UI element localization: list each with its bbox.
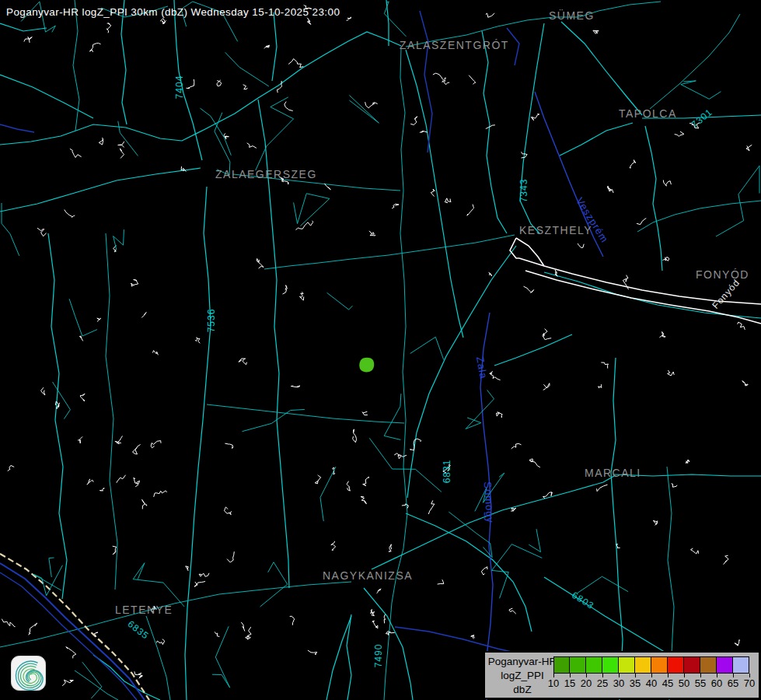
radar-viewport: SÜMEGZALASZENTGRÓTTAPOLCAZALAEGERSZEGKES…: [0, 0, 761, 700]
road-line: [146, 616, 170, 700]
settlement-glyph: [630, 160, 635, 168]
settlement-glyph: [363, 477, 369, 485]
settlement-glyph: [239, 359, 247, 365]
radar-map-canvas: [0, 0, 761, 700]
color-scale-cell: [717, 656, 733, 674]
road-line: [48, 233, 67, 599]
settlement-glyph: [347, 17, 351, 20]
settlement-glyph: [41, 387, 45, 395]
settlement-glyph: [686, 460, 689, 464]
road-line: [561, 22, 642, 115]
color-scale-tick-value: 70: [739, 677, 759, 689]
settlement-glyph: [315, 475, 321, 484]
settlement-glyph: [392, 204, 399, 208]
settlement-glyph: [151, 441, 161, 448]
settlement-glyph: [288, 59, 303, 68]
county-river-line: [420, 11, 432, 152]
settlement-glyph: [531, 114, 539, 121]
minor-road-line: [200, 108, 231, 156]
color-scale-cell: [602, 656, 619, 674]
settlement-glyph: [659, 332, 665, 338]
settlement-glyph: [724, 555, 729, 565]
minor-road-line: [529, 529, 540, 552]
settlement-glyph: [623, 275, 628, 290]
settlement-glyph: [308, 650, 317, 655]
settlement-glyph: [467, 205, 474, 216]
settlement-glyph: [278, 81, 282, 93]
county-river-line: [0, 124, 34, 132]
settlement-glyph: [637, 219, 646, 225]
settlement-glyph: [469, 75, 476, 85]
settlement-glyph: [691, 548, 699, 554]
settlement-glyph: [428, 500, 435, 514]
minor-road-line: [466, 390, 494, 429]
settlement-glyph: [486, 125, 495, 129]
settlement-glyph: [663, 180, 671, 186]
town-label: ZALAEGERSZEG: [215, 168, 317, 180]
settlement-glyph: [746, 145, 752, 150]
settlement-glyph: [578, 243, 584, 247]
road-number-label: 7490: [373, 644, 384, 668]
road-line: [407, 246, 516, 498]
settlement-glyph: [653, 520, 657, 525]
settlement-glyph: [662, 257, 669, 261]
settlement-glyph: [247, 143, 257, 149]
road-line: [645, 126, 662, 271]
legend-product-text: Poganyvar-HR logZ_PPI dbZ: [487, 655, 558, 697]
settlement-glyph: [264, 45, 270, 48]
settlement-glyph: [199, 573, 209, 577]
road-line: [0, 75, 93, 118]
road-number-label: 7536: [206, 309, 217, 333]
settlement-glyph: [285, 102, 293, 111]
settlement-glyph: [672, 484, 678, 487]
settlement-glyph: [8, 465, 15, 471]
road-line: [326, 616, 351, 700]
road-line: [560, 123, 633, 156]
settlement-glyph: [118, 142, 124, 147]
settlement-glyph: [420, 131, 428, 133]
settlement-glyph: [186, 566, 189, 571]
settlement-glyph: [120, 149, 124, 159]
settlement-glyph: [225, 507, 232, 515]
settlement-glyph: [133, 445, 141, 454]
road-number-label: 6831: [442, 460, 452, 484]
settlement-glyph: [70, 149, 82, 157]
settlement-glyph: [601, 362, 608, 369]
settlement-glyph: [246, 627, 251, 639]
minor-road-line: [133, 563, 184, 607]
settlement-glyph: [195, 338, 200, 343]
settlement-glyph: [62, 680, 73, 686]
settlement-glyph: [543, 329, 551, 340]
product-title: Poganyvar-HR logZ_PPI 30km (dbZ) Wednesd…: [6, 6, 340, 18]
road-line: [406, 50, 463, 338]
settlement-glyph: [593, 30, 599, 33]
settlement-glyph: [117, 475, 126, 483]
settlement-glyph: [291, 386, 300, 387]
settlement-glyph: [225, 443, 233, 448]
settlement-glyph: [372, 621, 378, 628]
color-scale-cell: [553, 656, 570, 674]
color-scale-cell: [733, 656, 749, 674]
color-scale-cell: [635, 656, 651, 674]
minor-road-line: [410, 337, 444, 359]
minor-road-line: [243, 409, 305, 431]
settlement-glyph: [28, 623, 37, 635]
settlement-glyph: [99, 138, 103, 145]
settlement-glyph: [331, 541, 336, 551]
color-scale-cell: [668, 656, 684, 674]
settlement-glyph: [486, 13, 494, 17]
settlement-glyph: [433, 73, 446, 82]
settlement-glyph: [24, 37, 32, 43]
minor-road-line: [349, 96, 379, 124]
settlement-glyph: [668, 370, 675, 376]
settlement-glyph: [153, 351, 159, 355]
settlement-glyph: [410, 117, 417, 125]
minor-road-line: [215, 113, 230, 175]
settlement-glyph: [134, 478, 140, 487]
settlement-glyph: [113, 546, 117, 555]
settlement-glyph: [389, 544, 392, 552]
road-line: [0, 32, 401, 145]
settlement-glyph: [115, 436, 123, 444]
settlement-glyph: [134, 671, 143, 678]
settlement-glyph: [290, 616, 295, 625]
